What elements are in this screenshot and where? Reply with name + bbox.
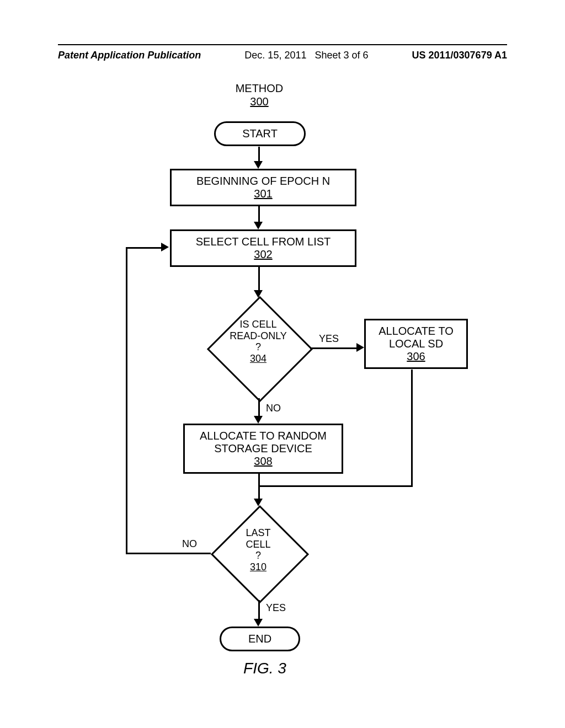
arrowhead-icon [161,243,169,251]
decision-read-only-label: IS CELL READ-ONLY ? 304 [220,319,297,365]
connector [126,553,211,554]
dec-last-l3: ? [225,550,291,561]
connector [258,147,260,162]
connector [126,247,162,249]
terminator-start: START [214,121,306,146]
step-local-ref: 306 [369,350,463,363]
terminator-end: END [220,627,300,651]
step-select-ref: 302 [175,248,351,261]
step-random-l1: ALLOCATE TO RANDOM [188,430,338,442]
step-random-ref: 308 [188,455,338,468]
process-allocate-random: ALLOCATE TO RANDOM STORAGE DEVICE 308 [183,424,343,474]
connector [258,398,260,417]
process-beginning-epoch: BEGINNING OF EPOCH N 301 [170,169,356,206]
arrowhead-icon [254,499,263,506]
arrowhead-icon [254,222,263,229]
step-epoch-ref: 301 [175,188,351,200]
arrowhead-icon [254,161,263,169]
dec-ro-l3: ? [220,341,297,353]
end-label: END [248,633,271,645]
edge-yes-1: YES [319,333,339,345]
start-label: START [242,127,278,140]
edge-yes-2: YES [266,602,286,614]
step-select-text: SELECT CELL FROM LIST [175,235,351,248]
edge-no-1: NO [266,403,281,414]
step-random-l2: STORAGE DEVICE [188,442,338,455]
dec-last-l1: LAST [225,527,291,539]
connector [258,206,260,223]
connector [258,600,260,620]
step-local-l1: ALLOCATE TO [369,325,463,338]
title-text: METHOD [210,82,309,95]
step-epoch-text: BEGINNING OF EPOCH N [175,175,351,188]
arrowhead-icon [254,619,263,627]
figure-caption: FIG. 3 [232,660,298,677]
header-right: US 2011/0307679 A1 [412,50,507,61]
header-left: Patent Application Publication [58,50,201,61]
decision-last-cell-label: LAST CELL ? 310 [225,527,291,573]
arrowhead-icon [356,343,364,352]
connector [259,485,413,487]
connector [411,370,413,485]
header-center: Dec. 15, 2011 Sheet 3 of 6 [244,50,368,61]
diagram-title: METHOD 300 [210,82,309,108]
step-local-l2: LOCAL SD [369,338,463,350]
process-select-cell: SELECT CELL FROM LIST 302 [170,229,356,267]
connector [258,267,260,291]
dec-last-l2: CELL [225,539,291,550]
patent-page: Patent Application Publication Dec. 15, … [0,0,565,728]
connector [310,347,358,349]
dec-ro-ref: 304 [220,353,297,365]
dec-ro-l2: READ-ONLY [220,330,297,342]
arrowhead-icon [254,416,263,424]
dec-last-ref: 310 [225,561,291,573]
dec-ro-l1: IS CELL [220,319,297,330]
title-ref: 300 [210,95,309,108]
process-allocate-local: ALLOCATE TO LOCAL SD 306 [364,319,468,369]
connector [126,247,127,553]
header-date: Dec. 15, 2011 [244,50,306,61]
edge-no-2: NO [182,538,197,550]
header-sheet: Sheet 3 of 6 [315,50,368,61]
connector [258,473,260,500]
page-header: Patent Application Publication Dec. 15, … [58,44,507,61]
